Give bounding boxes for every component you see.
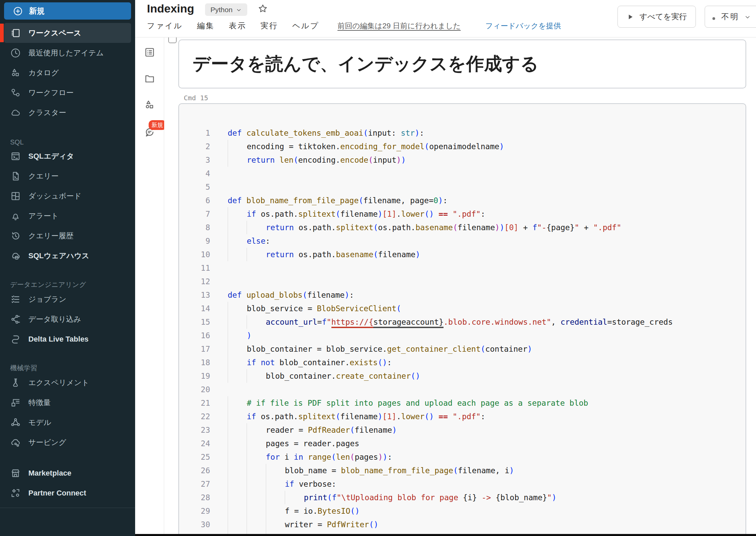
sidebar-item-catalog[interactable]: カタログ <box>4 63 131 83</box>
menu-item-1[interactable]: 編集 <box>197 21 215 31</box>
history-icon <box>10 231 21 241</box>
sidebar-item-serving[interactable]: サービング <box>4 432 131 452</box>
sidebar-item-sql-editor[interactable]: SQLエディタ <box>4 146 131 166</box>
star-icon <box>257 9 268 15</box>
folder-panel-button[interactable] <box>144 73 155 84</box>
indent-guide <box>247 437 266 450</box>
code-line[interactable]: 11 <box>179 261 746 275</box>
new-button[interactable]: 新規 <box>4 2 131 20</box>
plus-circle-icon <box>13 6 23 16</box>
indent-guide <box>266 518 285 531</box>
code-line[interactable]: 6def blob_name_from_file_page(filename, … <box>179 194 746 207</box>
code-line[interactable]: 27if verbose: <box>179 477 746 491</box>
sidebar-item-query-history[interactable]: クエリー履歴 <box>4 226 131 246</box>
sidebar-item-data-ingestion[interactable]: データ取り込み <box>4 309 131 329</box>
code-line[interactable]: 4 <box>179 167 746 180</box>
sidebar-item-features[interactable]: 特徴量 <box>4 393 131 412</box>
status-label: 不明 <box>721 11 739 22</box>
sidebar-item-clusters[interactable]: クラスター <box>4 103 131 123</box>
cluster-status-button[interactable]: 不明 <box>705 6 756 28</box>
code-text: if verbose: <box>285 477 336 491</box>
indent-guide <box>228 207 247 221</box>
sidebar-item-models[interactable]: モデル <box>4 412 131 432</box>
language-selector[interactable]: Python <box>205 3 247 16</box>
code-line[interactable]: 18if not blob_container.exists(): <box>179 356 746 369</box>
code-line[interactable]: 24pages = reader.pages <box>179 437 746 450</box>
code-line[interactable]: 14blob_service = BlobServiceClient( <box>179 302 746 315</box>
code-line[interactable]: 9else: <box>179 234 746 248</box>
code-text: pages = reader.pages <box>266 437 359 450</box>
code-cell[interactable]: 1def calculate_tokens_emb_aoai(input: st… <box>178 103 746 536</box>
assistant-button[interactable]: 新規 <box>144 126 155 137</box>
code-line[interactable]: 2encoding = tiktoken.encoding_for_model(… <box>179 140 746 153</box>
sidebar-item-label: クエリー <box>28 171 59 181</box>
sidebar-item-workflows[interactable]: ワークフロー <box>4 83 131 103</box>
sidebar-item-label: SQLエディタ <box>28 151 74 161</box>
markdown-cell[interactable]: データを読んで、インデックスを作成する <box>178 39 746 88</box>
sidebar-item-queries[interactable]: クエリー <box>4 166 131 186</box>
code-line[interactable]: 8return os.path.splitext(os.path.basenam… <box>179 221 746 234</box>
sidebar-item-job-runs[interactable]: ジョブラン <box>4 289 131 309</box>
menu-item-3[interactable]: 実行 <box>260 21 278 31</box>
catalog-panel-button[interactable] <box>144 99 155 111</box>
sidebar-item-delta-live-tables[interactable]: Delta Live Tables <box>4 329 131 349</box>
menu-item-2[interactable]: 表示 <box>229 21 246 31</box>
sidebar-item-marketplace[interactable]: Marketplace <box>4 463 131 483</box>
indent-guide <box>228 518 247 531</box>
sidebar-item-label: ワークスペース <box>28 28 81 38</box>
sidebar-item-recents[interactable]: 最近使用したアイテム <box>4 43 131 63</box>
code-line[interactable]: 3return len(encoding.encode(input)) <box>179 153 746 167</box>
code-line[interactable]: 30writer = PdfWriter() <box>179 518 746 531</box>
sidebar-item-workspace[interactable]: ワークスペース <box>4 23 131 43</box>
code-line[interactable]: 12 <box>179 275 746 288</box>
indent-guide <box>247 504 266 518</box>
code-line[interactable]: 20 <box>179 383 746 396</box>
code-line[interactable]: 1def calculate_tokens_emb_aoai(input: st… <box>179 126 746 140</box>
sidebar-item-partner-connect[interactable]: Partner Connect <box>4 483 131 503</box>
code-text: return len(encoding.encode(input)) <box>247 153 406 167</box>
code-line[interactable]: 23reader = PdfReader(filename) <box>179 423 746 437</box>
status-dot-icon <box>711 14 716 20</box>
code-line[interactable]: 13def upload_blobs(filename): <box>179 288 746 302</box>
line-number: 24 <box>179 437 210 450</box>
code-line[interactable]: 25for i in range(len(pages)): <box>179 450 746 464</box>
code-line[interactable]: 22if os.path.splitext(filename)[1].lower… <box>179 410 746 423</box>
run-all-button[interactable]: すべてを実行 <box>618 6 696 28</box>
sidebar-item-dashboards[interactable]: ダッシュボード <box>4 186 131 206</box>
code-line[interactable]: 29f = io.BytesIO() <box>179 504 746 518</box>
sidebar-item-alerts[interactable]: アラート <box>4 206 131 226</box>
sidebar-item-label: Delta Live Tables <box>28 335 89 344</box>
code-line[interactable]: 5 <box>179 180 746 194</box>
code-line[interactable]: 21# if file is PDF split into pages and … <box>179 396 746 410</box>
indent-guide <box>228 504 247 518</box>
code-line[interactable]: 26blob_name = blob_name_from_file_page(f… <box>179 464 746 477</box>
favorite-star-button[interactable] <box>257 3 268 14</box>
code-line[interactable]: 7if os.path.splitext(filename)[1].lower(… <box>179 207 746 221</box>
sidebar-item-label: クラスター <box>28 108 66 118</box>
menu-item-4[interactable]: ヘルプ <box>292 21 319 31</box>
code-line[interactable]: 16) <box>179 329 746 342</box>
indent-guide <box>228 140 247 153</box>
code-line[interactable]: 17blob_container = blob_service.get_cont… <box>179 342 746 356</box>
indent-guide <box>247 369 266 383</box>
new-button-label: 新規 <box>29 6 45 16</box>
code-text: return os.path.splitext(os.path.basename… <box>266 221 622 234</box>
code-line[interactable]: 10return os.path.basename(filename) <box>179 248 746 261</box>
code-line[interactable]: 19blob_container.create_container() <box>179 369 746 383</box>
sidebar-item-sql-warehouses[interactable]: SQLウェアハウス <box>4 246 131 266</box>
sidebar-item-experiments[interactable]: エクスペリメント <box>4 373 131 393</box>
line-number: 13 <box>179 288 210 302</box>
cell-collapse-handle[interactable] <box>168 37 177 43</box>
code-line[interactable]: 15account_url=f"https://{storageaccount}… <box>179 315 746 329</box>
code-text: writer = PdfWriter() <box>285 518 378 531</box>
table-of-contents-button[interactable] <box>144 47 155 58</box>
code-line[interactable]: 28print(f"\tUploading blob for page {i} … <box>179 491 746 504</box>
code-editor[interactable]: 1def calculate_tokens_emb_aoai(input: st… <box>179 104 746 536</box>
feedback-link[interactable]: フィードバックを提供 <box>485 21 561 31</box>
line-number: 9 <box>179 234 210 248</box>
language-label: Python <box>210 6 232 14</box>
workspace-icon <box>10 28 21 38</box>
indent-guide <box>228 450 247 464</box>
menu-item-0[interactable]: ファイル <box>147 21 183 31</box>
line-number: 30 <box>179 518 210 531</box>
